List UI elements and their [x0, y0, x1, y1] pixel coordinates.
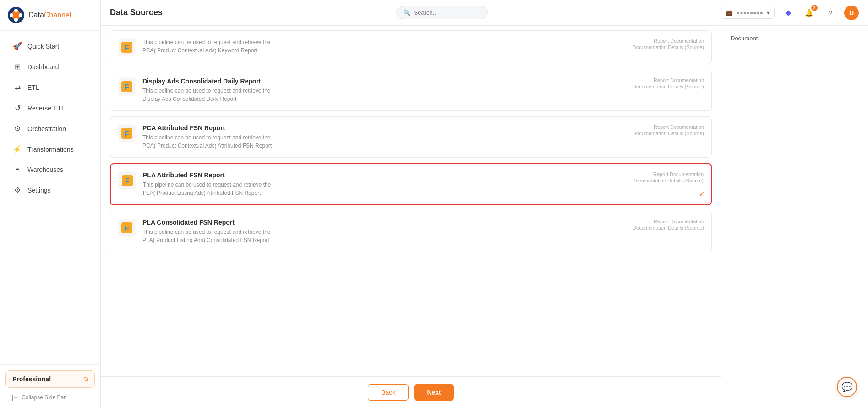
pipeline-info: Display Ads Consolidated Daily Report Th…	[142, 77, 628, 103]
pipeline-name: Display Ads Consolidated Daily Report	[142, 77, 628, 85]
flipkart-logo: F	[119, 39, 135, 55]
logo-data: Data	[28, 11, 44, 19]
diamond-icon-button[interactable]: ◆	[781, 6, 796, 20]
pipeline-links: Report Documentation Documentation Detai…	[632, 171, 704, 183]
page-title: Data Sources	[110, 8, 163, 17]
flipkart-logo: F	[119, 125, 135, 142]
collapse-label: Collapse Side Bar	[22, 394, 66, 401]
desc-line1: This pipeline can be used to request and…	[142, 39, 271, 45]
pipeline-links: Report Documentation Documentation Detai…	[633, 38, 704, 50]
question-icon: ?	[829, 9, 832, 17]
selected-check-icon: ✓	[699, 189, 705, 199]
sidebar-item-label: ETL	[27, 84, 39, 91]
notification-badge: 3	[811, 5, 818, 11]
collapse-sidebar-button[interactable]: |← Collapse Side Bar	[5, 392, 95, 402]
sidebar-item-label: Warehouses	[27, 166, 63, 173]
user-avatar[interactable]: D	[844, 6, 859, 20]
doc-details-link[interactable]: Documentation Details (Source)	[632, 178, 704, 183]
pipeline-info: PLA Attributed FSN Report This pipeline …	[143, 171, 628, 197]
flipkart-logo: F	[119, 78, 135, 95]
collapse-icon: |←	[12, 394, 19, 401]
pipeline-list: F This pipeline can be used to request a…	[101, 26, 721, 376]
sidebar-item-warehouses[interactable]: ≡ Warehouses	[4, 160, 97, 179]
doc-details-link[interactable]: Documentation Details (Source)	[633, 44, 704, 50]
sidebar-item-quick-start[interactable]: 🚀 Quick Start	[4, 36, 97, 56]
logo-icon	[7, 6, 25, 24]
chevron-down-icon: ▾	[767, 10, 770, 16]
sidebar-item-orchestration[interactable]: ⚙ Orchestration	[4, 119, 97, 138]
pipeline-info: This pipeline can be used to request and…	[142, 38, 628, 55]
desc-line1: This pipeline can be used to request and…	[142, 88, 271, 94]
pipeline-card-pla-attributed[interactable]: F PLA Attributed FSN Report This pipelin…	[110, 163, 712, 205]
pipeline-desc: This pipeline can be used to request and…	[142, 87, 628, 103]
pipeline-card-pca-attributed[interactable]: F PCA Attributed FSN Report This pipelin…	[110, 116, 712, 158]
pipeline-links: Report Documentation Documentation Detai…	[633, 219, 704, 231]
sidebar-bottom: Professional ⧉ |← Collapse Side Bar	[0, 364, 100, 408]
flipkart-logo: F	[119, 172, 136, 189]
report-doc-link[interactable]: Report Documentation	[653, 171, 704, 177]
sidebar-item-reverse-etl[interactable]: ↺ Reverse ETL	[4, 98, 97, 118]
main-content: Data Sources 🔍 💼 ●●●●●●●● ▾ ◆ 🔔 3 ? D	[101, 0, 868, 408]
next-button[interactable]: Next	[414, 384, 453, 401]
chat-icon: 💬	[841, 381, 853, 392]
pipeline-info: PLA Consolidated FSN Report This pipelin…	[142, 219, 628, 244]
doc-details-link[interactable]: Documentation Details (Source)	[633, 84, 704, 89]
logo-text: DataChannel	[28, 11, 71, 19]
pipeline-desc: This pipeline can be used to request and…	[142, 228, 628, 244]
back-button[interactable]: Back	[368, 384, 409, 401]
svg-point-5	[19, 13, 22, 17]
sidebar-item-settings[interactable]: ⚙ Settings	[4, 180, 97, 200]
user-selector[interactable]: 💼 ●●●●●●●● ▾	[721, 7, 775, 19]
desc-line2: Display Ads Consolidated Daily Report	[142, 96, 236, 102]
report-doc-link[interactable]: Report Documentation	[654, 219, 704, 224]
topbar: Data Sources 🔍 💼 ●●●●●●●● ▾ ◆ 🔔 3 ? D	[101, 0, 868, 26]
pipeline-card-pla-consolidated[interactable]: F PLA Consolidated FSN Report This pipel…	[110, 211, 712, 252]
pipeline-desc: This pipeline can be used to request and…	[142, 38, 628, 55]
desc-line1: This pipeline can be used to request and…	[143, 182, 271, 188]
report-doc-link[interactable]: Report Documentation	[654, 77, 704, 83]
desc-line2: PLA( Product Listing Ads) Attributed FSN…	[143, 190, 261, 196]
desc-line1: This pipeline can be used to request and…	[142, 134, 271, 141]
sidebar-item-dashboard[interactable]: ⊞ Dashboard	[4, 57, 97, 77]
pipeline-name: PLA Attributed FSN Report	[143, 171, 628, 179]
sidebar-item-label: Orchestration	[27, 125, 66, 132]
desc-line2: PCA( Product Contextual Ads) Keyword Rep…	[142, 47, 257, 54]
pipeline-links: Report Documentation Documentation Detai…	[633, 77, 704, 89]
quick-start-icon: 🚀	[13, 42, 22, 50]
external-link-icon: ⧉	[84, 375, 88, 383]
pipeline-panel: F This pipeline can be used to request a…	[101, 26, 721, 408]
doc-text: Document.	[731, 35, 859, 42]
sidebar-item-etl[interactable]: ⇄ ETL	[4, 77, 97, 97]
notification-button[interactable]: 🔔 3	[802, 6, 817, 20]
nav-items: 🚀 Quick Start ⊞ Dashboard ⇄ ETL ↺ Revers…	[0, 31, 100, 364]
report-doc-link[interactable]: Report Documentation	[654, 38, 704, 44]
svg-text:F: F	[125, 83, 129, 91]
doc-details-link[interactable]: Documentation Details (Source)	[633, 225, 704, 231]
bottom-bar: Back Next	[101, 376, 721, 408]
help-button[interactable]: ?	[823, 6, 838, 20]
pipeline-logo: F	[118, 171, 136, 190]
svg-text:F: F	[125, 44, 129, 52]
search-input[interactable]	[414, 9, 483, 16]
pipeline-card-pca-keyword[interactable]: F This pipeline can be used to request a…	[110, 30, 712, 64]
pipeline-card-display-ads[interactable]: F Display Ads Consolidated Daily Report …	[110, 70, 712, 111]
etl-icon: ⇄	[13, 83, 22, 92]
logo-area: DataChannel	[0, 0, 100, 31]
dashboard-icon: ⊞	[13, 62, 22, 71]
orchestration-icon: ⚙	[13, 124, 22, 133]
chat-button[interactable]: 💬	[837, 377, 857, 397]
user-selector-text: ●●●●●●●●	[737, 10, 763, 16]
sidebar-item-transformations[interactable]: ⚡ Transformations	[4, 139, 97, 159]
pipeline-info: PCA Attributed FSN Report This pipeline …	[142, 124, 628, 150]
professional-label: Professional	[12, 375, 51, 383]
report-doc-link[interactable]: Report Documentation	[654, 124, 704, 130]
sidebar: DataChannel 🚀 Quick Start ⊞ Dashboard ⇄ …	[0, 0, 101, 408]
professional-badge[interactable]: Professional ⧉	[5, 370, 95, 388]
sidebar-item-label: Quick Start	[27, 43, 59, 50]
search-container: 🔍	[396, 6, 488, 19]
svg-text:F: F	[125, 130, 129, 138]
svg-text:F: F	[125, 177, 130, 185]
pipeline-logo: F	[118, 219, 136, 237]
doc-details-link[interactable]: Documentation Details (Source)	[633, 131, 704, 136]
pipeline-logo: F	[118, 38, 136, 56]
